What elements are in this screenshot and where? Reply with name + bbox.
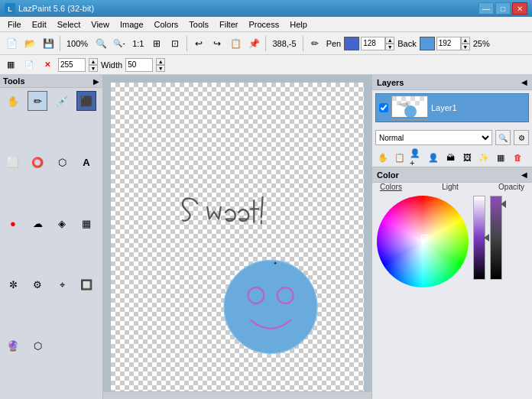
menu-image[interactable]: Image [115,19,148,30]
back-color-swatch[interactable] [420,37,435,50]
blend-mode-select[interactable]: Normal Multiply Screen Overlay [375,130,492,145]
separator-1 [60,36,60,51]
tool-pencil[interactable]: ✏ [28,91,47,111]
value-spinner: ▲ ▼ [89,58,98,72]
tool-ellipse-select[interactable]: ⭕ [28,152,47,172]
value-up[interactable]: ▲ [89,58,98,65]
color-wheel-container[interactable] [377,196,469,287]
tools-collapse[interactable]: ▶ [93,77,99,86]
tool-text[interactable]: A [76,152,96,172]
app-title: LazPaint 5.6 (32-bit) [18,4,478,13]
pen-size-up[interactable]: ▲ [385,37,394,44]
tool-stamp[interactable]: ◈ [52,213,72,233]
menu-help[interactable]: Help [285,19,312,30]
menu-edit[interactable]: Edit [28,19,51,30]
width-input[interactable] [125,58,153,72]
tool-transform[interactable]: ⌖ [52,275,72,295]
save-button[interactable]: 💾 [40,35,57,52]
zoom-window-button[interactable]: ⊡ [167,35,183,52]
tool-magic[interactable]: 🔮 [3,336,23,356]
layer-person-btn[interactable]: 👤 [426,150,441,165]
zoom-fit-button[interactable]: ⊞ [148,35,165,52]
color-collapse[interactable]: ◀ [521,170,527,179]
back-size-group: ▲ ▼ [436,37,470,50]
pen-size-input[interactable] [361,37,385,50]
opt-cross[interactable]: ✕ [40,57,55,73]
light-slider[interactable] [473,196,485,280]
menu-view[interactable]: View [86,19,114,30]
back-size-up[interactable]: ▲ [461,37,470,44]
layer-copy-btn[interactable]: 📋 [392,150,407,165]
layer-visibility-check[interactable] [379,103,388,112]
colors-tab-label[interactable]: Colors [380,183,402,191]
light-tab-label[interactable]: Light [442,183,459,191]
layer-zoom-button[interactable]: 🔍 [495,130,511,145]
width-spinner: ▲ ▼ [156,58,165,72]
canvas-area[interactable] [103,75,371,399]
opt-new[interactable]: 📄 [21,57,37,73]
layer-fx-btn[interactable]: ✨ [476,150,491,165]
back-size-down[interactable]: ▼ [461,44,470,50]
svg-point-14 [404,105,417,118]
light-slider-group [473,196,485,280]
tool-eyedropper[interactable]: 💉 [52,91,72,111]
copy-button[interactable]: 📋 [227,35,244,52]
maximize-button[interactable]: □ [495,2,511,15]
minimize-button[interactable]: — [478,2,494,15]
tool-fill[interactable]: ⬛ [76,91,96,111]
zoom-out-button[interactable]: 🔍- [111,35,128,52]
layer-item[interactable]: Layer1 [375,93,529,122]
opacity-tab-label[interactable]: Opacity [498,183,524,191]
pen-size-down[interactable]: ▼ [385,44,394,50]
layer-mountain-btn[interactable]: 🏔 [443,150,458,165]
zoom-pct: 25% [472,39,491,48]
back-size-input[interactable] [436,37,461,50]
color-section: Color ◀ Colors Light Opacity [372,167,532,399]
coords-display: 388,-5 [269,39,299,48]
layer-thumbnail [391,96,428,120]
menu-process[interactable]: Process [244,19,284,30]
close-button[interactable]: ✕ [512,2,527,15]
new-button[interactable]: 📄 [3,35,20,52]
tool-particles[interactable]: ✼ [3,275,23,295]
layer-add-btn[interactable]: 👤+ [409,150,424,165]
window-controls: — □ ✕ [478,2,527,15]
layer-move-btn[interactable]: ✋ [375,150,391,165]
zoom-in-button[interactable]: 🔍 [92,35,109,52]
width-down[interactable]: ▼ [156,65,165,72]
menu-tools[interactable]: Tools [184,19,213,30]
paste-button[interactable]: 📌 [245,35,262,52]
layer-image-btn[interactable]: 🖼 [459,150,475,165]
menu-filter[interactable]: Filter [215,19,242,30]
pen-color-swatch[interactable] [344,37,359,50]
open-button[interactable]: 📂 [21,35,38,52]
canvas-background[interactable] [111,83,364,391]
redo-button[interactable]: ↪ [209,35,225,52]
undo-button[interactable]: ↩ [190,35,207,52]
layers-collapse[interactable]: ◀ [521,78,527,86]
color-wheel[interactable] [377,196,469,287]
tool-pan[interactable]: ✋ [3,91,23,111]
pen-size-spinner: ▲ ▼ [385,37,394,50]
layer-delete-btn[interactable]: 🗑 [510,150,525,165]
menu-colors[interactable]: Colors [150,19,183,30]
layer-grid-btn[interactable]: ▦ [493,150,508,165]
tool-poly-select[interactable]: ⬡ [52,152,72,172]
tool-rect-select[interactable]: ⬜ [3,152,23,172]
tool-rect[interactable]: 🔲 [76,275,96,295]
tool-eraser[interactable]: ● [3,213,23,233]
width-up[interactable]: ▲ [156,58,165,65]
tool-warp[interactable]: ⚙ [28,275,47,295]
canvas-container [111,83,364,391]
back-size-spinner: ▲ ▼ [461,37,470,50]
menu-file[interactable]: File [3,19,26,30]
tool-blur[interactable]: ☁ [28,213,47,233]
layer-settings-button[interactable]: ⚙ [514,130,529,145]
value-input[interactable] [58,58,86,72]
menu-select[interactable]: Select [53,19,86,30]
opacity-slider[interactable] [490,196,502,280]
value-down[interactable]: ▼ [89,65,98,72]
tool-hex[interactable]: ⬡ [28,336,47,356]
canvas-drawing[interactable] [111,83,364,391]
tool-grid[interactable]: ▦ [76,213,96,233]
